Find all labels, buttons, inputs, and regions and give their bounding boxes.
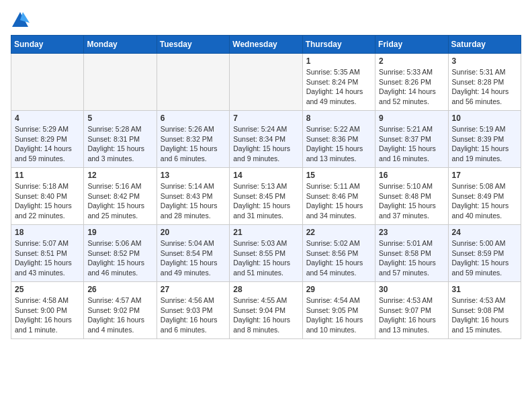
day-cell: 9Sunrise: 5:21 AM Sunset: 8:37 PM Daylig…	[375, 111, 448, 168]
week-row-3: 11Sunrise: 5:18 AM Sunset: 8:40 PM Dayli…	[11, 168, 521, 225]
day-number: 8	[306, 113, 371, 123]
day-number: 31	[452, 285, 517, 294]
day-number: 2	[379, 56, 444, 66]
day-cell	[84, 54, 157, 111]
day-cell: 18Sunrise: 5:07 AM Sunset: 8:51 PM Dayli…	[11, 225, 84, 282]
day-info: Sunrise: 4:56 AM Sunset: 9:03 PM Dayligh…	[161, 295, 226, 335]
day-cell: 23Sunrise: 5:01 AM Sunset: 8:58 PM Dayli…	[375, 225, 448, 282]
day-cell: 17Sunrise: 5:08 AM Sunset: 8:49 PM Dayli…	[448, 168, 521, 225]
day-cell: 28Sunrise: 4:55 AM Sunset: 9:04 PM Dayli…	[230, 282, 302, 339]
day-info: Sunrise: 5:16 AM Sunset: 8:42 PM Dayligh…	[87, 181, 152, 221]
day-info: Sunrise: 5:13 AM Sunset: 8:45 PM Dayligh…	[233, 181, 298, 221]
day-cell: 5Sunrise: 5:28 AM Sunset: 8:31 PM Daylig…	[84, 111, 157, 168]
week-row-4: 18Sunrise: 5:07 AM Sunset: 8:51 PM Dayli…	[11, 225, 521, 282]
day-number: 3	[452, 56, 517, 66]
day-cell: 11Sunrise: 5:18 AM Sunset: 8:40 PM Dayli…	[11, 168, 84, 225]
day-number: 19	[87, 228, 152, 237]
page-header	[11, 11, 521, 30]
day-info: Sunrise: 4:53 AM Sunset: 9:07 PM Dayligh…	[379, 295, 444, 335]
day-info: Sunrise: 5:00 AM Sunset: 8:59 PM Dayligh…	[452, 238, 517, 278]
calendar-table: SundayMondayTuesdayWednesdayThursdayFrid…	[11, 35, 521, 339]
col-header-wednesday: Wednesday	[230, 36, 302, 54]
day-info: Sunrise: 5:24 AM Sunset: 8:34 PM Dayligh…	[233, 124, 298, 164]
day-cell: 21Sunrise: 5:03 AM Sunset: 8:55 PM Dayli…	[230, 225, 302, 282]
day-number: 27	[161, 285, 226, 294]
col-header-thursday: Thursday	[302, 36, 375, 54]
day-number: 9	[379, 113, 444, 123]
col-header-monday: Monday	[84, 36, 157, 54]
day-number: 7	[233, 113, 298, 123]
day-info: Sunrise: 5:28 AM Sunset: 8:31 PM Dayligh…	[87, 124, 152, 164]
col-header-friday: Friday	[375, 36, 448, 54]
day-info: Sunrise: 4:53 AM Sunset: 9:08 PM Dayligh…	[452, 295, 517, 335]
col-header-saturday: Saturday	[448, 36, 521, 54]
day-info: Sunrise: 5:33 AM Sunset: 8:26 PM Dayligh…	[379, 67, 444, 107]
day-cell: 26Sunrise: 4:57 AM Sunset: 9:02 PM Dayli…	[84, 282, 157, 339]
day-info: Sunrise: 5:08 AM Sunset: 8:49 PM Dayligh…	[452, 181, 517, 221]
day-number: 21	[233, 228, 298, 237]
day-info: Sunrise: 4:55 AM Sunset: 9:04 PM Dayligh…	[233, 295, 298, 335]
day-info: Sunrise: 5:31 AM Sunset: 8:28 PM Dayligh…	[452, 67, 517, 107]
day-info: Sunrise: 5:03 AM Sunset: 8:55 PM Dayligh…	[233, 238, 298, 278]
col-header-tuesday: Tuesday	[157, 36, 229, 54]
header-row: SundayMondayTuesdayWednesdayThursdayFrid…	[11, 36, 521, 54]
day-cell: 16Sunrise: 5:10 AM Sunset: 8:48 PM Dayli…	[375, 168, 448, 225]
day-cell: 8Sunrise: 5:22 AM Sunset: 8:36 PM Daylig…	[302, 111, 375, 168]
day-number: 25	[15, 285, 80, 294]
day-cell: 1Sunrise: 5:35 AM Sunset: 8:24 PM Daylig…	[302, 54, 375, 111]
day-number: 11	[15, 171, 80, 180]
day-info: Sunrise: 5:14 AM Sunset: 8:43 PM Dayligh…	[161, 181, 226, 221]
day-cell: 6Sunrise: 5:26 AM Sunset: 8:32 PM Daylig…	[157, 111, 229, 168]
day-cell: 10Sunrise: 5:19 AM Sunset: 8:39 PM Dayli…	[448, 111, 521, 168]
day-number: 26	[87, 285, 152, 294]
day-number: 14	[233, 171, 298, 180]
day-number: 17	[452, 171, 517, 180]
day-number: 4	[15, 113, 80, 123]
col-header-sunday: Sunday	[11, 36, 84, 54]
day-number: 15	[306, 171, 371, 180]
day-cell	[11, 54, 84, 111]
day-cell: 12Sunrise: 5:16 AM Sunset: 8:42 PM Dayli…	[84, 168, 157, 225]
day-number: 16	[379, 171, 444, 180]
day-cell: 13Sunrise: 5:14 AM Sunset: 8:43 PM Dayli…	[157, 168, 229, 225]
day-number: 10	[452, 113, 517, 123]
day-cell: 7Sunrise: 5:24 AM Sunset: 8:34 PM Daylig…	[230, 111, 302, 168]
day-info: Sunrise: 5:04 AM Sunset: 8:54 PM Dayligh…	[161, 238, 226, 278]
day-number: 5	[87, 113, 152, 123]
day-cell: 15Sunrise: 5:11 AM Sunset: 8:46 PM Dayli…	[302, 168, 375, 225]
day-number: 20	[161, 228, 226, 237]
day-info: Sunrise: 5:01 AM Sunset: 8:58 PM Dayligh…	[379, 238, 444, 278]
day-number: 22	[306, 228, 371, 237]
day-cell: 31Sunrise: 4:53 AM Sunset: 9:08 PM Dayli…	[448, 282, 521, 339]
week-row-5: 25Sunrise: 4:58 AM Sunset: 9:00 PM Dayli…	[11, 282, 521, 339]
day-cell: 2Sunrise: 5:33 AM Sunset: 8:26 PM Daylig…	[375, 54, 448, 111]
day-cell: 4Sunrise: 5:29 AM Sunset: 8:29 PM Daylig…	[11, 111, 84, 168]
day-info: Sunrise: 5:02 AM Sunset: 8:56 PM Dayligh…	[306, 238, 371, 278]
day-info: Sunrise: 5:06 AM Sunset: 8:52 PM Dayligh…	[87, 238, 152, 278]
day-number: 12	[87, 171, 152, 180]
day-info: Sunrise: 5:19 AM Sunset: 8:39 PM Dayligh…	[452, 124, 517, 164]
day-info: Sunrise: 5:35 AM Sunset: 8:24 PM Dayligh…	[306, 67, 371, 107]
day-number: 1	[306, 56, 371, 66]
day-info: Sunrise: 5:18 AM Sunset: 8:40 PM Dayligh…	[15, 181, 80, 221]
day-cell: 24Sunrise: 5:00 AM Sunset: 8:59 PM Dayli…	[448, 225, 521, 282]
logo	[11, 11, 32, 30]
day-cell: 30Sunrise: 4:53 AM Sunset: 9:07 PM Dayli…	[375, 282, 448, 339]
day-info: Sunrise: 5:10 AM Sunset: 8:48 PM Dayligh…	[379, 181, 444, 221]
day-number: 13	[161, 171, 226, 180]
day-cell: 19Sunrise: 5:06 AM Sunset: 8:52 PM Dayli…	[84, 225, 157, 282]
day-info: Sunrise: 5:22 AM Sunset: 8:36 PM Dayligh…	[306, 124, 371, 164]
day-info: Sunrise: 5:26 AM Sunset: 8:32 PM Dayligh…	[161, 124, 226, 164]
day-info: Sunrise: 5:29 AM Sunset: 8:29 PM Dayligh…	[15, 124, 80, 164]
week-row-1: 1Sunrise: 5:35 AM Sunset: 8:24 PM Daylig…	[11, 54, 521, 111]
day-number: 18	[15, 228, 80, 237]
day-cell: 29Sunrise: 4:54 AM Sunset: 9:05 PM Dayli…	[302, 282, 375, 339]
day-info: Sunrise: 5:07 AM Sunset: 8:51 PM Dayligh…	[15, 238, 80, 278]
day-info: Sunrise: 5:11 AM Sunset: 8:46 PM Dayligh…	[306, 181, 371, 221]
day-info: Sunrise: 4:57 AM Sunset: 9:02 PM Dayligh…	[87, 295, 152, 335]
day-cell: 14Sunrise: 5:13 AM Sunset: 8:45 PM Dayli…	[230, 168, 302, 225]
day-number: 23	[379, 228, 444, 237]
day-info: Sunrise: 5:21 AM Sunset: 8:37 PM Dayligh…	[379, 124, 444, 164]
day-info: Sunrise: 4:54 AM Sunset: 9:05 PM Dayligh…	[306, 295, 371, 335]
day-cell: 20Sunrise: 5:04 AM Sunset: 8:54 PM Dayli…	[157, 225, 229, 282]
